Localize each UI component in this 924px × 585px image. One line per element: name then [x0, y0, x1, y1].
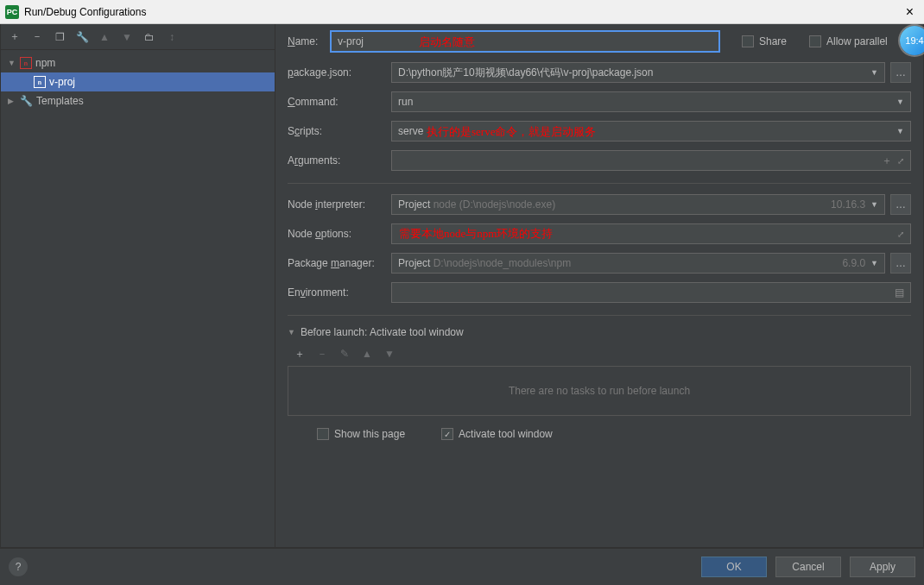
- down-icon: ▼: [120, 30, 134, 44]
- config-tree: ▼ n npm n v-proj ▶ 🔧 Templates: [1, 50, 275, 114]
- close-icon[interactable]: ×: [901, 4, 919, 20]
- config-form: Name: v-proj Share Allow parallel packag…: [275, 24, 923, 547]
- chevron-down-icon: ▼: [870, 259, 878, 267]
- chevron-right-icon: ▶: [8, 97, 16, 105]
- tasks-list: There are no tasks to run before launch: [288, 366, 911, 416]
- name-input[interactable]: v-proj: [331, 31, 719, 52]
- edit-icon: ✎: [338, 347, 351, 361]
- package-manager-label: Package manager:: [288, 257, 391, 269]
- command-label: Command:: [288, 96, 391, 108]
- sort-icon: ↕: [165, 30, 179, 44]
- browse-button[interactable]: …: [890, 62, 911, 83]
- up-icon: ▲: [98, 30, 111, 44]
- show-page-checkbox[interactable]: Show this page: [317, 428, 405, 440]
- share-checkbox[interactable]: Share: [742, 35, 787, 47]
- title-bar: PC Run/Debug Configurations ×: [0, 0, 924, 24]
- environment-input[interactable]: ▤: [391, 282, 911, 303]
- node-interpreter-select[interactable]: Project node (D:\nodejs\node.exe) 10.16.…: [391, 194, 885, 215]
- chevron-down-icon: ▼: [8, 59, 16, 67]
- checkbox-icon: [742, 35, 754, 47]
- environment-label: Environment:: [288, 286, 391, 299]
- browse-button[interactable]: …: [890, 253, 911, 274]
- folder-icon[interactable]: 🗀: [142, 30, 156, 44]
- activate-tool-window-checkbox[interactable]: ✓ Activate tool window: [441, 428, 553, 440]
- dialog-footer: ? OK Cancel Apply: [0, 548, 924, 584]
- expand-icon[interactable]: ⤢: [897, 156, 904, 166]
- expand-icon[interactable]: ⤢: [897, 230, 904, 239]
- plus-icon[interactable]: ＋: [882, 154, 892, 168]
- scripts-select[interactable]: serve ▼: [391, 121, 911, 142]
- remove-icon[interactable]: －: [30, 30, 44, 44]
- node-interpreter-label: Node interpreter:: [288, 198, 391, 211]
- parallel-checkbox[interactable]: Allow parallel: [809, 35, 888, 47]
- npm-icon: n: [20, 57, 32, 69]
- tree-item-vproj[interactable]: n v-proj: [1, 72, 275, 91]
- app-icon: PC: [5, 5, 19, 19]
- config-tree-pane: ＋ － ❐ 🔧 ▲ ▼ 🗀 ↕ ▼ n npm n v-proj ▶ 🔧 Tem…: [1, 24, 275, 547]
- before-launch-header[interactable]: ▼ Before launch: Activate tool window: [288, 326, 911, 338]
- up-icon: ▲: [360, 347, 374, 361]
- arguments-label: Arguments:: [288, 154, 391, 167]
- package-manager-select[interactable]: Project D:\nodejs\node_modules\npm 6.9.0…: [391, 253, 885, 274]
- clock-badge: 19:4: [900, 26, 924, 55]
- npm-icon: n: [34, 76, 46, 88]
- help-icon[interactable]: ?: [9, 557, 28, 576]
- task-toolbar: ＋ － ✎ ▲ ▼: [288, 345, 911, 362]
- tree-label: Templates: [36, 95, 84, 107]
- apply-button[interactable]: Apply: [850, 557, 915, 577]
- tree-toolbar: ＋ － ❐ 🔧 ▲ ▼ 🗀 ↕: [1, 24, 275, 50]
- list-icon[interactable]: ▤: [895, 286, 904, 299]
- package-json-input[interactable]: D:\python脱产10期视频\day66\代码\v-proj\package…: [391, 62, 885, 83]
- name-label: Name:: [288, 35, 331, 47]
- node-options-input[interactable]: ⤢: [391, 223, 911, 244]
- chevron-down-icon: ▼: [870, 200, 878, 209]
- wrench-icon[interactable]: 🔧: [75, 30, 89, 44]
- copy-icon[interactable]: ❐: [53, 30, 66, 44]
- ok-button[interactable]: OK: [701, 557, 767, 577]
- chevron-down-icon: ▼: [288, 328, 295, 337]
- tree-label: npm: [35, 57, 55, 69]
- add-icon[interactable]: ＋: [8, 30, 22, 44]
- tree-item-templates[interactable]: ▶ 🔧 Templates: [1, 91, 275, 110]
- checkbox-icon: [317, 428, 329, 440]
- window-title: Run/Debug Configurations: [24, 6, 146, 18]
- wrench-icon: 🔧: [20, 95, 33, 107]
- tree-label: v-proj: [49, 76, 75, 88]
- tree-item-npm[interactable]: ▼ n npm: [1, 53, 275, 72]
- package-json-label: package.json:: [288, 66, 391, 79]
- chevron-down-icon: ▼: [896, 127, 904, 135]
- browse-button[interactable]: …: [890, 194, 911, 215]
- command-select[interactable]: run ▼: [391, 91, 911, 112]
- node-options-label: Node options:: [288, 228, 391, 240]
- remove-icon: －: [315, 347, 329, 361]
- chevron-down-icon: ▼: [896, 98, 904, 106]
- down-icon: ▼: [383, 347, 396, 361]
- checkbox-icon: ✓: [441, 428, 453, 440]
- cancel-button[interactable]: Cancel: [775, 557, 841, 577]
- scripts-label: Scripts:: [288, 125, 391, 137]
- checkbox-icon: [809, 35, 821, 47]
- arguments-input[interactable]: ＋⤢: [391, 150, 911, 171]
- chevron-down-icon: ▼: [870, 68, 878, 77]
- add-icon[interactable]: ＋: [293, 347, 307, 361]
